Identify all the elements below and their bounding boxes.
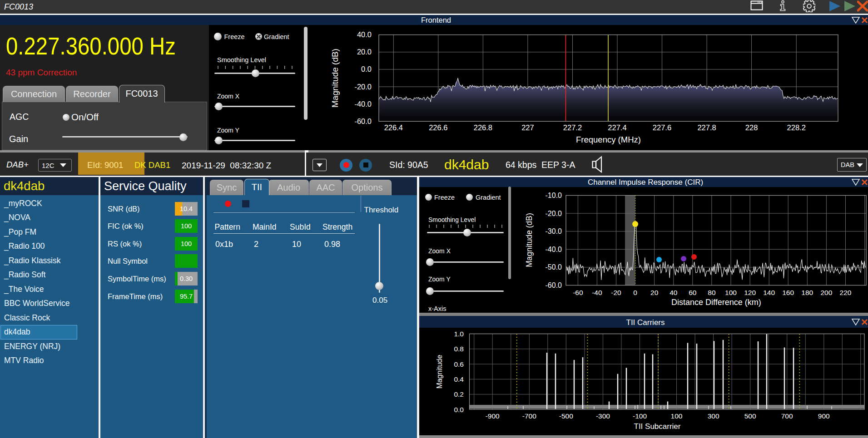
svg-text:-40.0: -40.0 bbox=[354, 100, 372, 108]
svg-text:TII Subcarrier: TII Subcarrier bbox=[634, 422, 681, 431]
svg-text:0.4: 0.4 bbox=[454, 375, 464, 383]
svg-text:900: 900 bbox=[818, 412, 830, 420]
svg-text:0.8: 0.8 bbox=[454, 345, 464, 353]
svg-text:0.2: 0.2 bbox=[454, 390, 464, 398]
svg-text:500: 500 bbox=[744, 412, 756, 420]
svg-text:-100: -100 bbox=[633, 412, 647, 420]
svg-text:227.6: 227.6 bbox=[653, 123, 671, 132]
svg-text:-300: -300 bbox=[596, 412, 610, 420]
svg-text:-900: -900 bbox=[486, 412, 500, 420]
svg-text:-40.0: -40.0 bbox=[546, 246, 562, 253]
svg-text:228: 228 bbox=[745, 123, 758, 132]
svg-text:-20: -20 bbox=[611, 289, 621, 296]
svg-text:227.2: 227.2 bbox=[563, 123, 582, 132]
svg-text:227: 227 bbox=[521, 123, 534, 132]
svg-text:300: 300 bbox=[708, 412, 719, 420]
svg-text:100: 100 bbox=[725, 289, 737, 296]
svg-text:-20.0: -20.0 bbox=[546, 210, 562, 217]
svg-text:0: 0 bbox=[633, 289, 637, 296]
svg-text:Magnitude (dB): Magnitude (dB) bbox=[330, 49, 340, 108]
svg-text:0.0: 0.0 bbox=[361, 65, 372, 73]
svg-text:160: 160 bbox=[782, 289, 794, 296]
svg-text:-700: -700 bbox=[522, 412, 536, 420]
svg-text:228.2: 228.2 bbox=[787, 123, 806, 132]
svg-text:-60.0: -60.0 bbox=[546, 281, 562, 289]
svg-text:226.4: 226.4 bbox=[384, 123, 403, 132]
svg-text:20.0: 20.0 bbox=[357, 48, 372, 56]
svg-text:Distance Difference (km): Distance Difference (km) bbox=[671, 298, 761, 307]
svg-text:-20.0: -20.0 bbox=[354, 83, 372, 91]
svg-text:-500: -500 bbox=[559, 412, 573, 420]
svg-text:140: 140 bbox=[763, 289, 775, 296]
svg-text:227.4: 227.4 bbox=[608, 123, 626, 132]
svg-text:120: 120 bbox=[744, 289, 756, 296]
svg-text:1.0: 1.0 bbox=[454, 330, 464, 338]
svg-text:-40: -40 bbox=[592, 289, 602, 296]
svg-text:80: 80 bbox=[708, 289, 716, 296]
svg-text:220: 220 bbox=[840, 289, 852, 296]
svg-text:-50.0: -50.0 bbox=[546, 263, 562, 271]
svg-text:200: 200 bbox=[820, 289, 832, 296]
svg-text:-10.0: -10.0 bbox=[546, 192, 562, 199]
svg-text:Magnitude (dB): Magnitude (dB) bbox=[525, 213, 534, 267]
svg-text:226.8: 226.8 bbox=[474, 123, 492, 132]
svg-text:Magnitude: Magnitude bbox=[436, 355, 443, 389]
svg-text:-30.0: -30.0 bbox=[546, 227, 562, 235]
svg-text:40: 40 bbox=[670, 289, 678, 296]
svg-text:180: 180 bbox=[801, 289, 813, 296]
svg-text:20: 20 bbox=[650, 289, 659, 296]
svg-text:0.0: 0.0 bbox=[454, 406, 464, 413]
svg-text:Frequency (MHz): Frequency (MHz) bbox=[576, 135, 641, 144]
svg-text:700: 700 bbox=[781, 412, 793, 420]
svg-text:-60.0: -60.0 bbox=[354, 117, 372, 125]
svg-text:227.8: 227.8 bbox=[697, 123, 716, 132]
svg-text:0.6: 0.6 bbox=[454, 360, 464, 368]
svg-text:100: 100 bbox=[671, 412, 683, 420]
svg-text:-60: -60 bbox=[573, 289, 583, 296]
svg-text:226.6: 226.6 bbox=[429, 123, 447, 132]
svg-text:60: 60 bbox=[689, 289, 697, 296]
svg-text:40.0: 40.0 bbox=[357, 30, 372, 39]
